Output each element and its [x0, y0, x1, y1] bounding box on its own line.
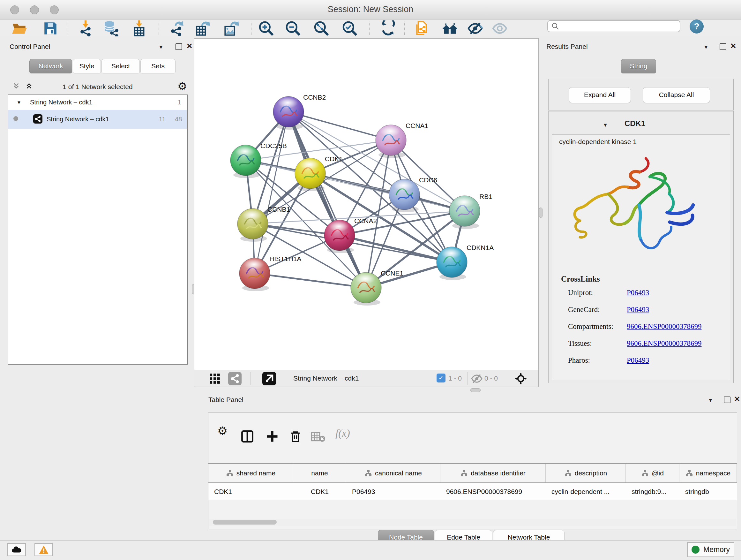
- warning-icon: [39, 545, 49, 555]
- tab-string[interactable]: String: [621, 59, 656, 73]
- title-bar: Session: New Session: [0, 0, 741, 19]
- crosslink-link[interactable]: P06493: [627, 306, 649, 314]
- open-session-icon[interactable]: [11, 20, 27, 37]
- panel-close-icon[interactable]: ✕: [734, 396, 740, 402]
- warnings-button[interactable]: [35, 543, 53, 556]
- horizontal-splitter-handle[interactable]: [470, 388, 481, 392]
- column-header[interactable]: database identifier: [441, 464, 546, 482]
- zoom-fit-icon[interactable]: [313, 20, 329, 37]
- zoom-in-icon[interactable]: [258, 20, 274, 37]
- export-network-icon[interactable]: [170, 20, 185, 37]
- network-node-cdkn1a[interactable]: [436, 247, 467, 277]
- table-cell[interactable]: CDK1: [293, 483, 346, 500]
- network-node-cdc25b[interactable]: [230, 145, 261, 176]
- table-cell[interactable]: 9606.ENSP00000378699: [441, 483, 546, 500]
- network-node-ccna1[interactable]: [376, 125, 406, 155]
- panel-float-icon[interactable]: [720, 44, 726, 50]
- network-share-view-icon[interactable]: [228, 372, 242, 385]
- table-cell[interactable]: stringdb:9...: [626, 483, 679, 500]
- tree-expand-caret-icon[interactable]: ▼: [17, 100, 21, 105]
- crosslink-link[interactable]: 9606.ENSP00000378699: [627, 339, 702, 348]
- network-collection-row[interactable]: ▼ String Network – cdk1 1: [8, 95, 187, 110]
- panel-float-icon[interactable]: [724, 396, 731, 403]
- table-cell[interactable]: stringdb: [679, 483, 737, 500]
- crosslink-link[interactable]: P06493: [627, 356, 649, 365]
- result-gene-name: CDK1: [624, 119, 645, 128]
- network-node-ccnb2[interactable]: [273, 97, 304, 127]
- selected-checkbox-icon[interactable]: ✓: [436, 374, 446, 382]
- export-table-icon[interactable]: [195, 20, 211, 37]
- zoom-selected-icon[interactable]: [342, 20, 358, 37]
- detach-view-icon[interactable]: [262, 372, 276, 385]
- table-row[interactable]: CDK1CDK1P064939606.ENSP00000378699cyclin…: [208, 483, 737, 500]
- network-view-title: String Network – cdk1: [293, 374, 359, 382]
- column-header-label: @id: [652, 469, 664, 477]
- tab-select[interactable]: Select: [102, 59, 140, 73]
- add-column-icon[interactable]: [265, 429, 279, 445]
- toolbar-separator: [251, 21, 252, 35]
- panel-menu-caret-icon[interactable]: ▼: [708, 397, 713, 403]
- home-houses-icon[interactable]: [442, 20, 458, 37]
- table-cell[interactable]: P06493: [346, 483, 441, 500]
- network-node-hist1h1a[interactable]: [239, 258, 270, 289]
- network-edge[interactable]: [246, 160, 465, 211]
- collapse-all-button[interactable]: Collapse All: [643, 87, 710, 103]
- shared-column-icon: [641, 469, 649, 477]
- table-options-gear-icon[interactable]: ⚙: [217, 424, 227, 438]
- show-eye-icon[interactable]: [492, 20, 508, 37]
- panel-float-icon[interactable]: [176, 44, 182, 50]
- cloud-button[interactable]: [7, 543, 26, 556]
- panel-menu-caret-icon[interactable]: ▼: [703, 44, 709, 51]
- network-node-cdc6[interactable]: [389, 179, 420, 210]
- column-header[interactable]: name: [293, 464, 346, 482]
- horizontal-scrollbar[interactable]: [209, 519, 736, 526]
- birds-eye-crosshair-icon[interactable]: [515, 372, 527, 386]
- import-network-file-icon[interactable]: [77, 20, 93, 37]
- panel-close-icon[interactable]: ✕: [730, 43, 736, 49]
- import-network-database-icon[interactable]: [103, 20, 119, 37]
- zoom-out-icon[interactable]: [285, 20, 301, 37]
- grid-view-icon[interactable]: [209, 373, 221, 386]
- network-node-ccne1[interactable]: [351, 272, 381, 303]
- network-options-gear-icon[interactable]: ⚙: [178, 80, 187, 92]
- network-node-rb1[interactable]: [449, 196, 480, 226]
- export-image-icon[interactable]: [223, 20, 239, 37]
- network-edge[interactable]: [340, 235, 452, 262]
- table-cell[interactable]: CDK1: [208, 483, 293, 500]
- network-node-cdk1[interactable]: [295, 158, 326, 189]
- panel-menu-caret-icon[interactable]: ▼: [158, 44, 164, 51]
- tab-sets[interactable]: Sets: [140, 59, 176, 73]
- refresh-icon[interactable]: [380, 20, 396, 37]
- tab-network[interactable]: Network: [29, 59, 72, 73]
- column-header[interactable]: namespace: [679, 464, 737, 482]
- column-header[interactable]: shared name: [208, 464, 293, 482]
- column-header[interactable]: description: [546, 464, 626, 482]
- column-header[interactable]: @id: [626, 464, 679, 482]
- network-node-ccna2[interactable]: [324, 220, 355, 251]
- import-table-file-icon[interactable]: [131, 20, 147, 37]
- memory-button[interactable]: Memory: [687, 542, 734, 557]
- search-input[interactable]: [547, 20, 680, 32]
- save-session-icon[interactable]: [43, 20, 58, 37]
- table-cell[interactable]: cyclin-dependent ...: [546, 483, 626, 500]
- network-canvas[interactable]: CCNB2CCNA1CDC25BCDK1CDC6RB1CCNB1CCNA2CDK…: [194, 39, 538, 370]
- scrollbar-thumb[interactable]: [213, 520, 277, 524]
- network-view[interactable]: CCNB2CCNA1CDC25BCDK1CDC6RB1CCNB1CCNA2CDK…: [194, 38, 539, 387]
- panel-close-icon[interactable]: ✕: [186, 43, 192, 49]
- crosslink-link[interactable]: 9606.ENSP00000378699: [627, 322, 702, 331]
- show-columns-icon[interactable]: [240, 429, 254, 445]
- network-node-ccnb1[interactable]: [238, 208, 268, 239]
- hide-eye-slash-icon[interactable]: [467, 20, 483, 37]
- tab-style[interactable]: Style: [73, 59, 101, 73]
- column-header[interactable]: canonical name: [346, 464, 441, 482]
- help-button[interactable]: ?: [690, 19, 704, 34]
- delete-column-icon[interactable]: [289, 429, 302, 445]
- network-row-selected[interactable]: String Network – cdk1 11 48: [8, 110, 187, 129]
- vertical-splitter-handle[interactable]: [539, 207, 542, 218]
- network-edge[interactable]: [255, 273, 366, 288]
- expand-all-button[interactable]: Expand All: [569, 87, 631, 103]
- network-edge[interactable]: [255, 112, 288, 273]
- result-collapse-caret-icon[interactable]: ▼: [603, 122, 608, 128]
- duplicate-network-icon[interactable]: [414, 20, 429, 37]
- crosslink-link[interactable]: P06493: [627, 289, 649, 297]
